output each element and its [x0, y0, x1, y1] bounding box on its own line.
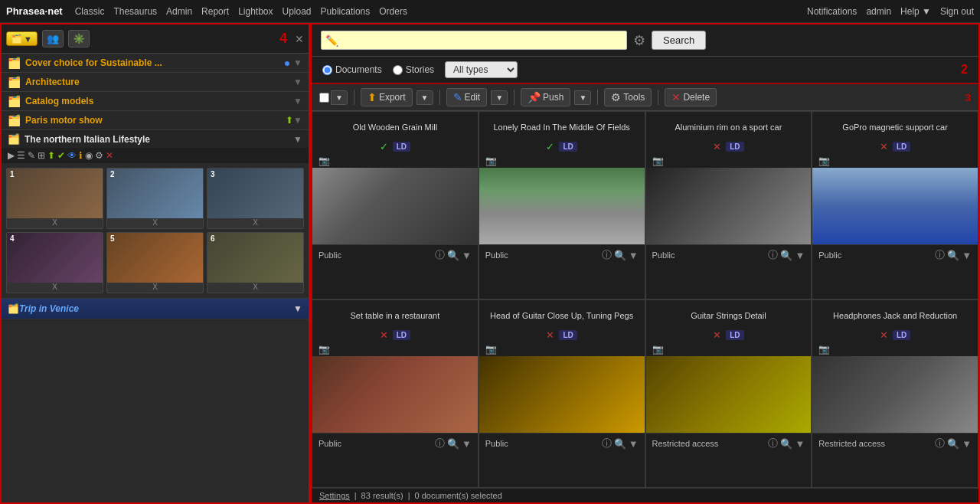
- basket-icon-btn[interactable]: 🗂️ ▼: [6, 31, 38, 46]
- delete-button[interactable]: ✕ Delete: [665, 88, 717, 106]
- nav-notifications[interactable]: Notifications: [807, 6, 857, 17]
- export-button[interactable]: ⬆ Export: [361, 88, 413, 106]
- more-icon-1[interactable]: ▼: [462, 250, 472, 261]
- export-dropdown[interactable]: ▼: [416, 90, 433, 105]
- nav-upload[interactable]: Upload: [283, 6, 312, 17]
- zoom-icon-8[interactable]: 🔍: [947, 438, 959, 450]
- checkbox-dropdown-arrow[interactable]: ▼: [331, 90, 348, 105]
- more-icon-6[interactable]: ▼: [629, 438, 639, 450]
- nav-classic[interactable]: Classic: [75, 6, 105, 17]
- info-icon-1[interactable]: ⓘ: [435, 248, 445, 262]
- nav-report[interactable]: Report: [201, 6, 229, 17]
- info-icon-3[interactable]: ⓘ: [768, 248, 778, 262]
- card-img-6[interactable]: [479, 356, 645, 433]
- pencil-icon: ✏️: [325, 34, 338, 47]
- edit-dropdown[interactable]: ▼: [491, 90, 508, 105]
- card-img-1[interactable]: [312, 168, 478, 244]
- nav-help[interactable]: Help ▼: [900, 6, 931, 17]
- thumb-x-1[interactable]: X: [7, 218, 103, 228]
- tools-button[interactable]: ⚙ Tools: [604, 88, 652, 106]
- status-bar: Settings | 83 result(s) | 0 document(s) …: [312, 488, 978, 502]
- info-icon-8[interactable]: ⓘ: [935, 437, 945, 450]
- thumb-x-4[interactable]: X: [7, 283, 103, 293]
- types-select[interactable]: All types Images Videos Documents Audio: [445, 61, 518, 78]
- zoom-icon-3[interactable]: 🔍: [780, 250, 792, 261]
- thumb-x-3[interactable]: X: [207, 218, 303, 228]
- push-button[interactable]: 📌 Push: [521, 88, 570, 106]
- access-label-2: Public: [485, 250, 508, 260]
- card-img-3[interactable]: [646, 168, 812, 244]
- zoom-icon-4[interactable]: 🔍: [947, 250, 959, 261]
- card-img-2[interactable]: [479, 168, 645, 244]
- card-img-7[interactable]: [646, 356, 812, 433]
- select-all-checkbox[interactable]: [319, 93, 329, 103]
- edit-button[interactable]: ✎ Edit: [446, 88, 488, 106]
- list-icon[interactable]: ☰: [17, 150, 25, 161]
- zoom-icon-7[interactable]: 🔍: [780, 438, 792, 450]
- more-icon-3[interactable]: ▼: [795, 250, 805, 261]
- settings-link[interactable]: Settings: [319, 491, 350, 500]
- more-icon-7[interactable]: ▼: [795, 438, 805, 450]
- play-icon[interactable]: ▶: [8, 150, 15, 161]
- nav-thesaurus[interactable]: Thesaurus: [113, 6, 157, 17]
- zoom-icon-5[interactable]: 🔍: [447, 438, 459, 450]
- camera-icon-4: 📷: [818, 155, 830, 166]
- info-icon-6[interactable]: ⓘ: [602, 437, 612, 450]
- documents-radio[interactable]: [322, 65, 332, 75]
- dropdown-arrow-basket[interactable]: ▼: [24, 34, 32, 44]
- separator-bar-2: |: [408, 491, 410, 500]
- card-img-4[interactable]: [812, 168, 978, 244]
- basket-item-cover[interactable]: 🗂️ Cover choice for Sustainable ... ● ▼: [2, 54, 309, 73]
- basket-item-catalog[interactable]: 🗂️ Catalog models ▼: [2, 92, 309, 111]
- basket-icon: 🗂️: [11, 34, 22, 44]
- validate-icon[interactable]: ✔: [57, 150, 65, 161]
- nav-signout[interactable]: Sign out: [940, 6, 974, 17]
- info-icon-5[interactable]: ⓘ: [435, 437, 445, 450]
- more-icon-2[interactable]: ▼: [629, 250, 639, 261]
- export-icon: ⬆: [368, 91, 377, 103]
- nav-orders[interactable]: Orders: [379, 6, 407, 17]
- more-icon-4[interactable]: ▼: [962, 250, 972, 261]
- info-icon-4[interactable]: ⓘ: [935, 248, 945, 262]
- delete-icon[interactable]: ✕: [106, 150, 113, 161]
- thumb-x-5[interactable]: X: [107, 283, 203, 293]
- zoom-icon-6[interactable]: 🔍: [614, 438, 626, 450]
- footer-icons-3: ⓘ 🔍 ▼: [768, 248, 805, 262]
- more-icon-8[interactable]: ▼: [962, 438, 972, 450]
- result-card-4: GoPro magnetic support car ✕ LD 📷 Public…: [812, 111, 978, 299]
- eye-icon[interactable]: 👁: [67, 150, 77, 161]
- nav-admin[interactable]: Admin: [166, 6, 192, 17]
- search-input[interactable]: [321, 31, 627, 50]
- zoom-icon-1[interactable]: 🔍: [447, 250, 459, 261]
- zoom-icon-2[interactable]: 🔍: [614, 250, 626, 261]
- gear-icon[interactable]: ⚙: [95, 150, 103, 161]
- close-icon[interactable]: ✕: [295, 33, 304, 45]
- share-icon-btn[interactable]: ✳️: [68, 30, 90, 47]
- settings-gear-icon[interactable]: ⚙: [633, 32, 645, 49]
- footer-icons-5: ⓘ 🔍 ▼: [435, 437, 472, 450]
- grid-icon[interactable]: ⊞: [38, 150, 45, 161]
- stories-radio[interactable]: [393, 65, 403, 75]
- search-button[interactable]: Search: [652, 31, 706, 50]
- nav-publications[interactable]: Publications: [321, 6, 371, 17]
- edit-icon[interactable]: ✎: [28, 150, 35, 161]
- info-icon-2[interactable]: ⓘ: [602, 248, 612, 262]
- thumb-x-6[interactable]: X: [207, 283, 303, 293]
- nav-lightbox[interactable]: Lightbox: [238, 6, 273, 17]
- basket-item-architecture[interactable]: 🗂️ Architecture ▼: [2, 73, 309, 92]
- trip-in-venice[interactable]: 🗂️ Trip in Venice ▼: [2, 299, 309, 319]
- nav-admin-user[interactable]: admin: [866, 6, 891, 17]
- card-img-5[interactable]: [312, 356, 478, 433]
- thumb-x-2[interactable]: X: [107, 218, 203, 228]
- info-icon-7[interactable]: ⓘ: [768, 437, 778, 450]
- push-green-icon[interactable]: ⬆: [47, 150, 55, 161]
- card-img-8[interactable]: [812, 356, 978, 433]
- story-header[interactable]: 🗂️ The northern Italian Lifestyle ▼: [2, 130, 309, 148]
- thumb-img-5: [107, 233, 203, 283]
- rss-icon[interactable]: ◉: [85, 150, 93, 161]
- push-dropdown[interactable]: ▼: [574, 90, 591, 105]
- users-icon-btn[interactable]: 👥: [42, 30, 64, 47]
- basket-item-paris[interactable]: 🗂️ Paris motor show ⬆ ▼: [2, 111, 309, 130]
- more-icon-5[interactable]: ▼: [462, 438, 472, 450]
- info-icon[interactable]: ℹ: [79, 150, 83, 161]
